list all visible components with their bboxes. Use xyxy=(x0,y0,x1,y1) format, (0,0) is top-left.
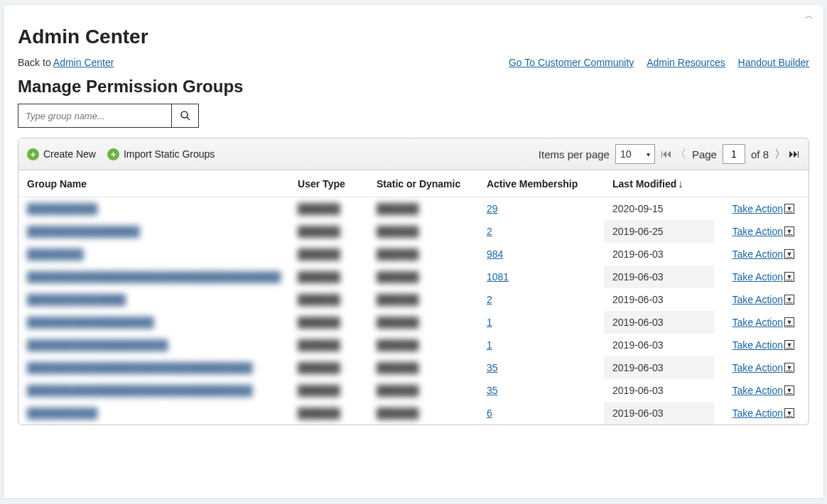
take-action-link[interactable]: Take Action▼ xyxy=(732,248,794,260)
take-action-link[interactable]: Take Action▼ xyxy=(732,362,794,373)
group-name-cell[interactable]: ████████████████████ xyxy=(27,339,168,351)
back-link[interactable]: Admin Center xyxy=(53,57,114,68)
table-row: ████████████████████9842019-06-03Take Ac… xyxy=(18,243,809,265)
membership-link[interactable]: 6 xyxy=(487,407,492,419)
plus-icon: + xyxy=(27,148,39,160)
take-action-link[interactable]: Take Action▼ xyxy=(732,203,794,214)
group-name-cell[interactable]: ██████████ xyxy=(27,407,97,419)
back-prefix: Back to xyxy=(18,57,53,68)
svg-line-1 xyxy=(187,117,190,120)
chevron-down-icon: ▾ xyxy=(647,150,650,158)
search-input[interactable] xyxy=(18,106,171,126)
last-modified-cell: 2019-06-03 xyxy=(604,402,714,424)
membership-link[interactable]: 1 xyxy=(487,317,492,328)
chevron-down-icon: ▼ xyxy=(784,249,794,259)
table-row: ██████████████████████292020-09-15Take A… xyxy=(18,197,809,221)
col-static-dynamic[interactable]: Static or Dynamic xyxy=(368,170,478,197)
link-admin-resources[interactable]: Admin Resources xyxy=(647,57,725,68)
table-container: + Create New + Import Static Groups Item… xyxy=(18,138,809,425)
page-input[interactable] xyxy=(723,144,745,164)
sort-desc-icon: ↓ xyxy=(678,177,683,190)
static-dynamic-cell: ██████ xyxy=(377,226,419,237)
chevron-down-icon: ▼ xyxy=(784,363,794,373)
last-modified-cell: 2019-06-03 xyxy=(604,334,714,356)
user-type-cell: ██████ xyxy=(298,385,340,396)
items-per-page-value: 10 xyxy=(620,148,632,160)
col-last-modified[interactable]: Last Modified↓ xyxy=(604,170,714,197)
prev-page-icon[interactable]: 〈 xyxy=(675,147,686,162)
table-row: ██████████████████████████22019-06-03Tak… xyxy=(18,288,809,311)
search-button[interactable] xyxy=(171,104,198,127)
take-action-link[interactable]: Take Action▼ xyxy=(732,385,794,396)
group-name-cell[interactable]: ████████████████ xyxy=(27,226,140,237)
col-user-type[interactable]: User Type xyxy=(289,170,368,197)
last-modified-cell: 2019-06-25 xyxy=(604,220,714,243)
last-modified-cell: 2019-06-03 xyxy=(604,311,714,334)
col-group-name[interactable]: Group Name xyxy=(18,170,289,197)
static-dynamic-cell: ██████ xyxy=(377,407,419,419)
group-name-cell[interactable]: ██████████ xyxy=(27,203,97,214)
user-type-cell: ██████ xyxy=(298,203,340,214)
table-header-row: Group Name User Type Static or Dynamic A… xyxy=(18,170,809,197)
group-name-cell[interactable]: ████████████████████████████████████ xyxy=(27,271,281,283)
user-type-cell: ██████ xyxy=(298,294,340,305)
toolbar-right: Items per page 10 ▾ ⏮ 〈 Page of 8 〉 ⏭ xyxy=(539,144,800,164)
table-row: ████████████████████████████22019-06-25T… xyxy=(18,220,809,243)
import-static-button[interactable]: + Import Static Groups xyxy=(107,148,215,160)
items-per-page-select[interactable]: 10 ▾ xyxy=(615,144,655,164)
create-new-button[interactable]: + Create New xyxy=(27,148,96,160)
table-row: ████████████████████████████████████████… xyxy=(18,265,809,288)
user-type-cell: ██████ xyxy=(298,226,340,237)
table-row: ████████████████████████████████████████… xyxy=(18,356,809,379)
static-dynamic-cell: ██████ xyxy=(377,294,419,305)
link-handout-builder[interactable]: Handout Builder xyxy=(738,57,809,68)
table-row: ██████████████████████62019-06-03Take Ac… xyxy=(18,402,809,424)
page-label: Page xyxy=(692,148,717,160)
group-name-cell[interactable]: ████████████████████████████████ xyxy=(27,385,252,396)
chevron-down-icon: ▼ xyxy=(784,385,794,395)
membership-link[interactable]: 1081 xyxy=(487,271,509,283)
user-type-cell: ██████ xyxy=(298,362,340,373)
page-title: Admin Center xyxy=(18,26,809,48)
plus-icon: + xyxy=(107,148,119,160)
first-page-icon[interactable]: ⏮ xyxy=(661,148,672,160)
page-container: ︿ Admin Center Back to Admin Center Go T… xyxy=(3,6,824,499)
section-title: Manage Permission Groups xyxy=(4,74,823,104)
next-page-icon[interactable]: 〉 xyxy=(774,147,786,162)
collapse-caret-icon[interactable]: ︿ xyxy=(805,10,814,22)
membership-link[interactable]: 2 xyxy=(487,294,492,305)
group-name-cell[interactable]: ████████ xyxy=(27,248,83,260)
membership-link[interactable]: 1 xyxy=(487,339,492,351)
table-row: ██████████████████████████████12019-06-0… xyxy=(18,311,809,334)
take-action-link[interactable]: Take Action▼ xyxy=(732,317,794,328)
user-type-cell: ██████ xyxy=(298,271,340,283)
svg-point-0 xyxy=(181,111,188,118)
membership-link[interactable]: 35 xyxy=(487,362,498,373)
col-active-membership[interactable]: Active Membership xyxy=(478,170,604,197)
group-name-cell[interactable]: ██████████████ xyxy=(27,294,126,305)
take-action-link[interactable]: Take Action▼ xyxy=(732,226,794,237)
membership-link[interactable]: 29 xyxy=(487,203,498,214)
take-action-link[interactable]: Take Action▼ xyxy=(732,339,794,351)
header: Admin Center xyxy=(4,6,823,53)
static-dynamic-cell: ██████ xyxy=(377,339,419,351)
link-customer-community[interactable]: Go To Customer Community xyxy=(509,57,634,68)
take-action-link[interactable]: Take Action▼ xyxy=(732,271,794,283)
membership-link[interactable]: 2 xyxy=(487,226,492,237)
last-page-icon[interactable]: ⏭ xyxy=(789,148,800,160)
user-type-cell: ██████ xyxy=(298,407,340,419)
static-dynamic-cell: ██████ xyxy=(377,362,419,373)
group-name-cell[interactable]: ██████████████████ xyxy=(27,317,154,328)
membership-link[interactable]: 35 xyxy=(487,385,498,396)
group-name-cell[interactable]: ████████████████████████████████ xyxy=(27,362,252,373)
groups-table: Group Name User Type Static or Dynamic A… xyxy=(18,170,809,424)
top-links: Go To Customer Community Admin Resources… xyxy=(499,57,809,68)
subheader-row: Back to Admin Center Go To Customer Comm… xyxy=(4,53,823,74)
take-action-link[interactable]: Take Action▼ xyxy=(732,294,794,305)
static-dynamic-cell: ██████ xyxy=(377,203,419,214)
chevron-down-icon: ▼ xyxy=(784,204,794,214)
membership-link[interactable]: 984 xyxy=(487,248,503,260)
last-modified-cell: 2020-09-15 xyxy=(604,197,714,221)
take-action-link[interactable]: Take Action▼ xyxy=(732,407,794,419)
search-box xyxy=(18,104,199,128)
